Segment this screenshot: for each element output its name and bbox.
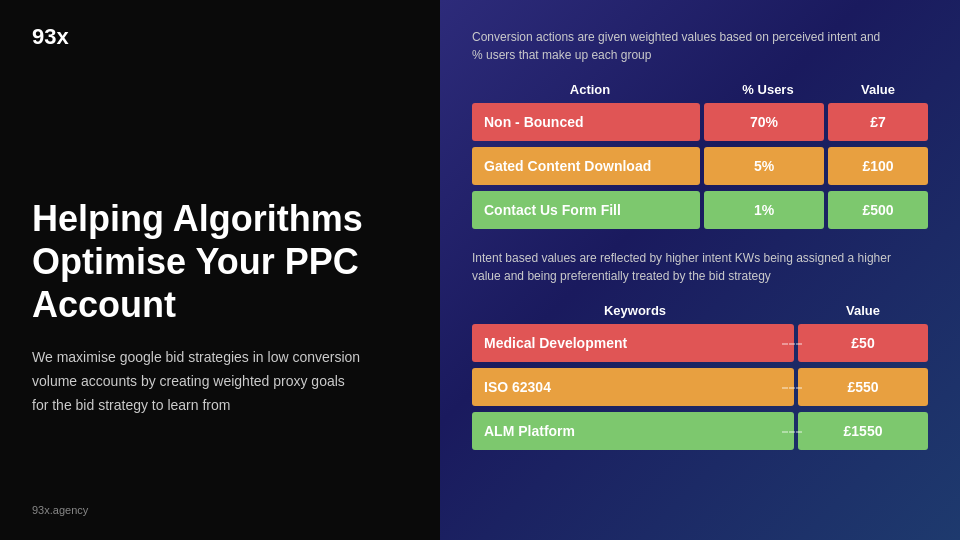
keywords-table: Keywords Value Medical Development £50 I…	[472, 303, 928, 450]
kw-table-header: Keywords Value	[472, 303, 928, 324]
left-panel: 93x Helping Algorithms Optimise Your PPC…	[0, 0, 440, 540]
conv-row-3-percent: 1%	[704, 191, 824, 229]
keywords-col-header: Keywords	[472, 303, 798, 318]
conv-row-3: Contact Us Form Fill 1% £500	[472, 191, 928, 229]
keywords-description: Intent based values are reflected by hig…	[472, 249, 892, 285]
logo: 93x	[32, 24, 408, 50]
conv-row-2-percent: 5%	[704, 147, 824, 185]
kw-row-1-value: £50	[798, 324, 928, 362]
conv-row-2-label: Gated Content Download	[472, 147, 700, 185]
kw-row-2-value: £550	[798, 368, 928, 406]
conv-table-header: Action % Users Value	[472, 82, 928, 103]
subtext: We maximise google bid strategies in low…	[32, 346, 362, 417]
conv-row-3-label: Contact Us Form Fill	[472, 191, 700, 229]
conversion-description: Conversion actions are given weighted va…	[472, 28, 892, 64]
conv-row-2-value: £100	[828, 147, 928, 185]
percent-col-header: % Users	[708, 82, 828, 97]
kw-row-2: ISO 62304 £550	[472, 368, 928, 406]
right-panel: Conversion actions are given weighted va…	[440, 0, 960, 540]
conversion-table: Action % Users Value Non - Bounced 70% £…	[472, 82, 928, 229]
value-col-header: Value	[828, 82, 928, 97]
headline: Helping Algorithms Optimise Your PPC Acc…	[32, 197, 408, 327]
kw-row-3-value: £1550	[798, 412, 928, 450]
conv-row-1-percent: 70%	[704, 103, 824, 141]
kw-row-1-label: Medical Development	[472, 324, 794, 362]
conv-row-1-value: £7	[828, 103, 928, 141]
kw-row-3-label: ALM Platform	[472, 412, 794, 450]
kw-row-3: ALM Platform £1550	[472, 412, 928, 450]
kw-row-2-label: ISO 62304	[472, 368, 794, 406]
conv-row-1: Non - Bounced 70% £7	[472, 103, 928, 141]
kw-value-col-header: Value	[798, 303, 928, 318]
conv-row-2: Gated Content Download 5% £100	[472, 147, 928, 185]
kw-row-1: Medical Development £50	[472, 324, 928, 362]
conv-row-3-value: £500	[828, 191, 928, 229]
conv-row-1-label: Non - Bounced	[472, 103, 700, 141]
footer-link: 93x.agency	[32, 484, 408, 516]
action-col-header: Action	[472, 82, 708, 97]
